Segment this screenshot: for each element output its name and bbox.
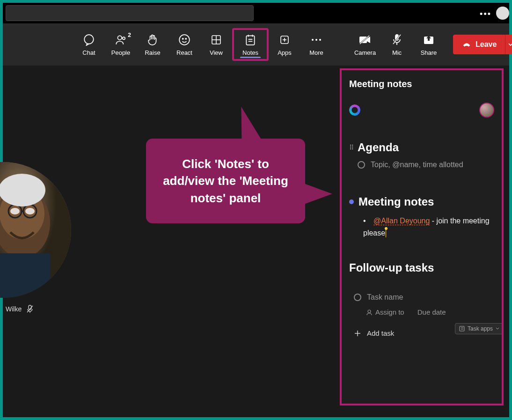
person-icon	[366, 309, 373, 316]
chat-label: Chat	[82, 49, 95, 56]
share-icon	[423, 33, 435, 46]
add-task-label: Add task	[367, 329, 394, 337]
user-mention[interactable]: @Allan Deyoung	[373, 217, 430, 225]
agenda-item-placeholder[interactable]: Topic, @name, time allotted	[358, 161, 494, 169]
chevron-down-icon	[496, 327, 499, 331]
radio-icon[interactable]	[358, 161, 365, 169]
task-name-placeholder: Task name	[367, 293, 403, 302]
svg-point-4	[183, 38, 183, 39]
notes-label: Notes	[242, 49, 258, 56]
svg-point-18	[315, 39, 317, 41]
drag-handle-icon[interactable]: ⠿	[349, 144, 353, 151]
meeting-notes-section-header: Meeting notes	[349, 195, 494, 208]
leave-label: Leave	[475, 40, 497, 49]
svg-point-19	[319, 39, 321, 41]
agenda-section-header: ⠿ Agenda	[349, 141, 494, 154]
phone-hangup-icon	[461, 39, 472, 50]
more-button[interactable]: More	[300, 28, 332, 61]
callout-text: Click 'Notes' to add/view the 'Meeting n…	[163, 157, 288, 205]
raise-label: Raise	[145, 49, 160, 56]
svg-rect-35	[0, 253, 50, 298]
participant-name: Wilke	[6, 305, 22, 313]
react-label: React	[176, 49, 192, 56]
notes-panel-title: Meeting notes	[349, 79, 494, 89]
due-date-button[interactable]: Due date	[417, 308, 446, 316]
callout-arrow-right	[304, 184, 332, 204]
callout-arrow-up	[228, 107, 264, 144]
share-label: Share	[421, 49, 437, 56]
svg-rect-9	[246, 36, 254, 45]
camera-label: Camera	[354, 49, 376, 56]
meeting-notes-panel: Meeting notes ⠿ Agenda Topic, @name, tim…	[340, 68, 504, 405]
apps-label: Apps	[278, 49, 292, 56]
task-apps-icon	[459, 326, 465, 332]
svg-rect-42	[460, 326, 464, 331]
svg-point-36	[0, 174, 45, 206]
participant-video-tile[interactable]	[0, 162, 71, 298]
svg-point-2	[123, 37, 125, 39]
people-button[interactable]: 2 People	[105, 28, 137, 61]
view-label: View	[210, 49, 223, 56]
search-input[interactable]	[6, 5, 254, 21]
camera-off-icon	[358, 33, 372, 46]
chat-button[interactable]: Chat	[73, 28, 105, 61]
svg-point-5	[185, 38, 186, 39]
leave-button[interactable]: Leave	[453, 35, 505, 54]
bullet-icon	[349, 199, 354, 204]
assign-to-button[interactable]: Assign to	[366, 308, 404, 316]
notes-button[interactable]: Notes	[232, 28, 269, 61]
apps-button[interactable]: Apps	[269, 28, 300, 61]
participant-name-label: Wilke	[6, 305, 34, 313]
share-button[interactable]: Share	[413, 28, 445, 61]
task-checkbox-icon[interactable]	[354, 294, 361, 301]
list-bullet-icon: •	[363, 217, 366, 225]
task-item[interactable]: Task name	[354, 293, 494, 302]
agenda-heading: Agenda	[358, 141, 399, 154]
meeting-note-item[interactable]: • @Allan Deyoung - join the meeting plea…	[363, 215, 494, 239]
more-options-icon[interactable]: •••	[480, 9, 491, 19]
meeting-toolbar: Chat 2 People Raise React	[3, 23, 509, 66]
agenda-placeholder-text: Topic, @name, time allotted	[371, 161, 463, 169]
followup-heading: Follow-up tasks	[349, 261, 494, 274]
notes-icon	[244, 33, 256, 46]
camera-button[interactable]: Camera	[349, 28, 381, 61]
emoji-icon	[178, 33, 190, 46]
plus-icon	[354, 330, 361, 337]
tutorial-callout: Click 'Notes' to add/view the 'Meeting n…	[146, 139, 305, 223]
svg-point-31	[25, 208, 35, 214]
apps-icon	[279, 33, 290, 46]
raise-hand-button[interactable]: Raise	[137, 28, 168, 61]
editor-avatar[interactable]	[479, 103, 494, 118]
svg-point-1	[118, 36, 122, 40]
leave-options-button[interactable]	[505, 35, 512, 54]
people-label: People	[111, 49, 130, 56]
participant-headshot	[0, 162, 71, 298]
svg-point-30	[10, 208, 20, 214]
svg-point-3	[179, 35, 190, 45]
more-label: More	[309, 49, 323, 56]
assign-to-label: Assign to	[375, 308, 404, 316]
hand-icon	[146, 33, 159, 46]
participant-mic-off-icon	[26, 305, 34, 313]
mic-label: Mic	[392, 49, 402, 56]
loop-icon[interactable]	[349, 104, 360, 116]
mic-off-icon	[391, 33, 402, 46]
svg-rect-20	[359, 37, 367, 43]
title-bar: •••	[3, 3, 509, 23]
view-button[interactable]: View	[200, 28, 232, 61]
task-apps-button[interactable]: Task apps	[455, 323, 504, 334]
user-avatar[interactable]	[496, 7, 509, 20]
text-cursor	[386, 229, 386, 237]
mic-button[interactable]: Mic	[381, 28, 413, 61]
people-icon	[115, 33, 127, 46]
people-count-badge: 2	[128, 32, 131, 38]
svg-point-17	[312, 39, 314, 41]
svg-point-0	[84, 35, 94, 44]
meeting-notes-heading: Meeting notes	[358, 195, 434, 208]
presence-cursor-icon	[385, 227, 388, 230]
ellipsis-icon	[310, 33, 322, 46]
task-apps-label: Task apps	[468, 325, 493, 332]
active-indicator	[240, 57, 261, 58]
react-button[interactable]: React	[168, 28, 200, 61]
svg-point-39	[368, 310, 371, 313]
